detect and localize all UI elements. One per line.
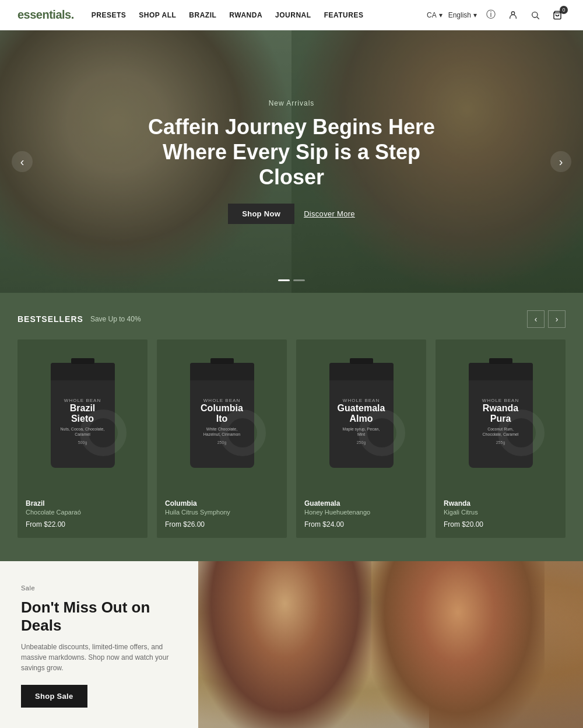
product-info-brazil: Brazil Chocolate Caparaó From $22.00 [17, 491, 147, 538]
product-card-brazil[interactable]: Whole Bean BrazilSieto Nuts, Cocoa, Choc… [17, 340, 147, 538]
hero-dots [278, 279, 305, 281]
product-info-columbia: Columbia Huila Citrus Symphony From $26.… [157, 491, 287, 538]
coffee-bag-columbia: Whole Bean ColumbiaIto White Chocolate,H… [190, 363, 254, 468]
sale-person-right [371, 561, 545, 728]
bag-label: Whole Bean RwandaPura Coconut Rum,Chocol… [482, 398, 519, 444]
cart-count: 0 [560, 6, 568, 14]
site-logo[interactable]: essentials. [17, 8, 74, 22]
nav-features[interactable]: FEATURES [324, 11, 364, 19]
region-selector[interactable]: CA ▾ [427, 11, 442, 19]
product-price: From $22.00 [26, 520, 139, 528]
coffee-bag-brazil: Whole Bean BrazilSieto Nuts, Cocoa, Choc… [51, 363, 115, 468]
hero-title: Caffein Journey Begins Here Where Every … [140, 114, 443, 190]
bag-clip [71, 358, 94, 364]
bestsellers-title-group: BESTSELLERS Save Up to 40% [17, 314, 141, 324]
shop-sale-button[interactable]: Shop Sale [21, 685, 87, 708]
product-origin: Guatemala [304, 499, 418, 508]
product-image-guatemala: Whole Bean GuatemalaAlmo Maple syrup, Pe… [296, 340, 426, 491]
nav-brazil[interactable]: BRAZIL [189, 11, 216, 19]
product-price: From $26.00 [165, 520, 279, 528]
bestsellers-section: BESTSELLERS Save Up to 40% ‹ › Whole Bea… [0, 293, 583, 561]
bag-body: Whole Bean ColumbiaIto White Chocolate,H… [190, 363, 254, 468]
svg-point-1 [532, 12, 538, 17]
site-header: essentials. PRESETS SHOP ALL BRAZIL RWAN… [0, 0, 583, 30]
product-card-rwanda[interactable]: Whole Bean RwandaPura Coconut Rum,Chocol… [436, 340, 566, 538]
product-card-guatemala[interactable]: Whole Bean GuatemalaAlmo Maple syrup, Pe… [296, 340, 426, 538]
search-icon[interactable] [527, 7, 543, 23]
bestsellers-title: BESTSELLERS [17, 314, 83, 324]
hero-prev-button[interactable]: ‹ [12, 151, 33, 172]
product-price: From $24.00 [304, 520, 418, 528]
product-name: Honey Huehuetenango [304, 509, 418, 516]
sale-tag: Sale [21, 584, 177, 592]
sale-image [198, 561, 583, 728]
bag-body: Whole Bean RwandaPura Coconut Rum,Chocol… [469, 363, 533, 468]
sale-content: Sale Don't Miss Out on Deals Unbeatable … [0, 561, 198, 728]
product-image-rwanda: Whole Bean RwandaPura Coconut Rum,Chocol… [436, 340, 566, 491]
hero-tag: New Arrivals [140, 99, 443, 107]
product-card-columbia[interactable]: Whole Bean ColumbiaIto White Chocolate,H… [157, 340, 287, 538]
bag-clip [210, 358, 234, 364]
product-origin: Columbia [165, 499, 279, 508]
bag-label: Whole Bean BrazilSieto Nuts, Cocoa, Choc… [61, 398, 105, 444]
nav-journal[interactable]: JOURNAL [275, 11, 311, 19]
product-name: Kigali Citrus [444, 509, 557, 516]
account-icon[interactable] [505, 7, 521, 23]
hero-dot-2[interactable] [293, 279, 305, 281]
bag-clip [350, 358, 373, 364]
cart-icon[interactable]: 0 [549, 7, 566, 23]
help-icon[interactable]: ⓘ [483, 7, 499, 23]
shop-now-button[interactable]: Shop Now [228, 204, 294, 224]
bestsellers-subtitle: Save Up to 40% [90, 315, 141, 323]
sale-description: Unbeatable discounts, limited-time offer… [21, 642, 177, 673]
language-selector[interactable]: English ▾ [448, 11, 477, 19]
sale-person-left [198, 561, 371, 728]
product-info-rwanda: Rwanda Kigali Citrus From $20.00 [436, 491, 566, 538]
nav-presets[interactable]: PRESETS [92, 11, 127, 19]
bag-body: Whole Bean BrazilSieto Nuts, Cocoa, Choc… [51, 363, 115, 468]
products-next-button[interactable]: › [548, 310, 566, 328]
main-nav: PRESETS SHOP ALL BRAZIL RWANDA JOURNAL F… [92, 11, 427, 19]
bag-label: Whole Bean ColumbiaIto White Chocolate,H… [201, 398, 243, 444]
hero-next-button[interactable]: › [550, 151, 571, 172]
sale-section: Sale Don't Miss Out on Deals Unbeatable … [0, 561, 583, 728]
products-nav-arrows: ‹ › [527, 310, 566, 328]
svg-line-2 [537, 17, 539, 19]
product-info-guatemala: Guatemala Honey Huehuetenango From $24.0… [296, 491, 426, 538]
product-origin: Brazil [26, 499, 139, 508]
product-origin: Rwanda [444, 499, 557, 508]
products-grid: Whole Bean BrazilSieto Nuts, Cocoa, Choc… [17, 340, 566, 538]
nav-rwanda[interactable]: RWANDA [229, 11, 262, 19]
sale-title: Don't Miss Out on Deals [21, 598, 177, 635]
bag-body: Whole Bean GuatemalaAlmo Maple syrup, Pe… [329, 363, 394, 468]
header-actions: CA ▾ English ▾ ⓘ 0 [427, 7, 566, 23]
bag-clip [489, 358, 512, 364]
nav-shop-all[interactable]: SHOP ALL [139, 11, 176, 19]
svg-point-0 [511, 12, 514, 15]
hero-buttons: Shop Now Discover More [140, 204, 443, 224]
product-image-brazil: Whole Bean BrazilSieto Nuts, Cocoa, Choc… [17, 340, 147, 491]
hero-section: ‹ New Arrivals Caffein Journey Begins He… [0, 30, 583, 293]
bestsellers-header: BESTSELLERS Save Up to 40% ‹ › [17, 310, 566, 328]
product-image-columbia: Whole Bean ColumbiaIto White Chocolate,H… [157, 340, 287, 491]
bag-label: Whole Bean GuatemalaAlmo Maple syrup, Pe… [338, 398, 385, 444]
discover-more-button[interactable]: Discover More [304, 209, 355, 218]
product-name: Huila Citrus Symphony [165, 509, 279, 516]
hero-dot-1[interactable] [278, 279, 290, 281]
coffee-bag-guatemala: Whole Bean GuatemalaAlmo Maple syrup, Pe… [329, 363, 394, 468]
products-prev-button[interactable]: ‹ [527, 310, 545, 328]
hero-content: New Arrivals Caffein Journey Begins Here… [93, 99, 490, 225]
coffee-bag-rwanda: Whole Bean RwandaPura Coconut Rum,Chocol… [469, 363, 533, 468]
product-price: From $20.00 [444, 520, 557, 528]
product-name: Chocolate Caparaó [26, 509, 139, 516]
